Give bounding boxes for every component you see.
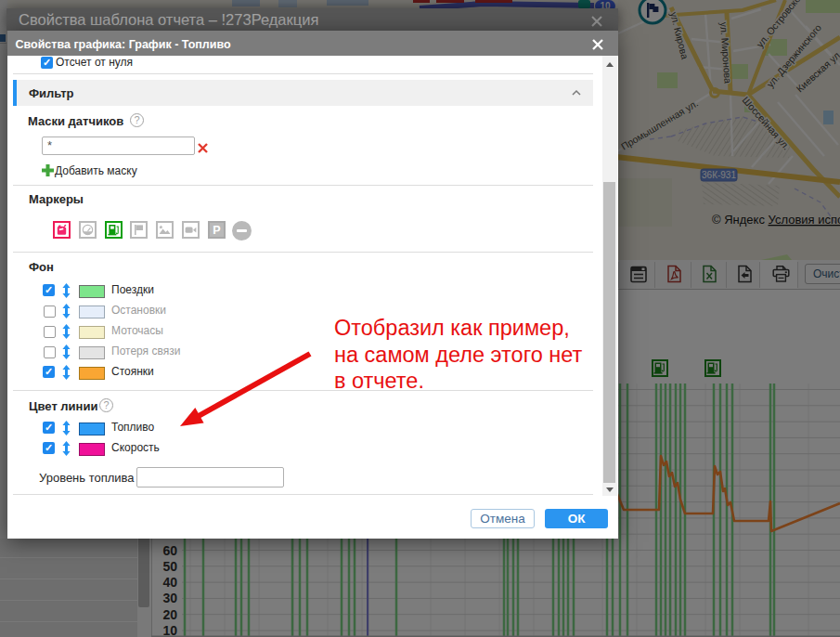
svg-text:P: P — [213, 224, 220, 237]
